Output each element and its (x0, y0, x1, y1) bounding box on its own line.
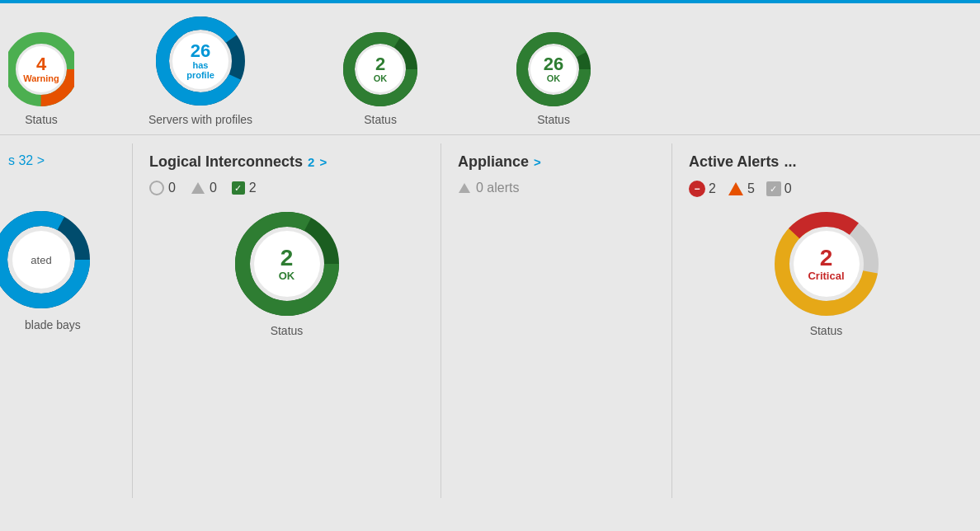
logical-interconnects-panel: Logical Interconnects 2 > 0 0 (132, 143, 441, 498)
status-circle-item: 0 (149, 181, 176, 195)
status-circle-value: 0 (168, 181, 176, 195)
blade-bays-label: blade bays (25, 318, 81, 331)
active-alerts-title-text: Active Alerts (689, 153, 779, 171)
top-widgets-row: 4 Warning Status 26 has profile Servers … (0, 3, 980, 134)
alerts-donut-widget: 2 Critical Status (689, 210, 964, 337)
partial-donut-label: ated (31, 254, 51, 266)
alert-gray-count: 0 (784, 181, 792, 196)
logical-interconnects-donut-label: Status (271, 324, 304, 337)
status-triangle-value: 0 (210, 181, 217, 195)
alert-orange-count: 5 (747, 181, 755, 196)
ok-widget-1: 2 OK Status (343, 32, 417, 126)
ok2-sub: OK (547, 73, 561, 83)
logical-interconnects-donut-number: 2 (279, 247, 295, 270)
alert-badge-orange: 5 (728, 181, 755, 196)
svg-point-15 (150, 181, 163, 195)
active-alerts-count-row: − 2 5 ✓ 0 (689, 181, 964, 197)
status-checkbox-value: 2 (249, 181, 257, 195)
alerts-donut-number: 2 (808, 247, 844, 270)
profiles-number: 26 (191, 42, 210, 60)
gray-circle-icon (149, 181, 164, 195)
alert-badge-gray: ✓ 0 (766, 181, 792, 196)
active-alerts-title: Active Alerts ... (689, 153, 964, 171)
ok-widget-2: 26 OK Status (516, 32, 591, 126)
left-partial-panel: s 32 > ated blade bays (0, 143, 132, 498)
ok2-number: 26 (544, 55, 563, 73)
appliance-alerts-row: 0 alerts (458, 181, 655, 195)
servers-profiles-widget: 26 has profile Servers with profiles (148, 16, 252, 126)
svg-marker-16 (191, 182, 205, 194)
alerts-donut-container: 2 Critical (773, 210, 880, 317)
logical-interconnects-title-text: Logical Interconnects (149, 153, 303, 171)
screen: 4 Warning Status 26 has profile Servers … (0, 0, 980, 531)
logical-interconnects-link[interactable]: > (319, 155, 327, 169)
svg-marker-20 (459, 183, 470, 193)
logical-interconnects-donut-container: 2 OK (233, 210, 341, 317)
orange-triangle-icon (728, 181, 744, 196)
warning-sub: Warning (23, 73, 59, 83)
alerts-donut-label: Status (810, 324, 843, 337)
ok1-sub: OK (374, 73, 388, 83)
appliance-link[interactable]: > (534, 155, 541, 169)
logical-interconnects-status-row: 0 0 ✓ 2 (149, 181, 424, 195)
logical-interconnects-donut-sub: OK (279, 270, 295, 282)
logical-interconnects-count: 2 (308, 155, 314, 169)
alert-badge-red: − 2 (689, 181, 716, 197)
logical-interconnects-title: Logical Interconnects 2 > (149, 153, 424, 171)
partial-donut-container: ated (0, 206, 91, 313)
green-checkbox-icon: ✓ (232, 181, 245, 195)
warning-label: Status (25, 113, 58, 126)
warning-number: 4 (36, 55, 46, 73)
alerts-donut-sub: Critical (808, 270, 844, 282)
left-partial-link[interactable]: s 32 > (8, 153, 45, 168)
appliance-title-text: Appliance (458, 153, 529, 171)
red-circle-icon: − (689, 181, 705, 197)
alert-red-count: 2 (709, 181, 716, 196)
gray-triangle-icon (191, 181, 205, 195)
appliance-panel: Appliance > 0 alerts (441, 143, 671, 498)
appliance-triangle-icon (458, 181, 471, 195)
status-triangle-item: 0 (191, 181, 217, 195)
ok1-label: Status (364, 113, 397, 126)
appliance-alerts-text: 0 alerts (476, 181, 519, 195)
status-checkbox-item: ✓ 2 (232, 181, 257, 195)
logical-interconnects-donut-widget: 2 OK Status (149, 210, 424, 337)
profiles-sub: has profile (178, 60, 224, 80)
active-alerts-panel: Active Alerts ... − 2 5 ✓ (671, 143, 980, 498)
bottom-section: s 32 > ated blade bays Logical Interconn… (0, 135, 980, 498)
warning-widget: 4 Warning Status (8, 32, 74, 126)
svg-marker-21 (728, 182, 743, 195)
profiles-label: Servers with profiles (148, 113, 252, 126)
ok2-label: Status (537, 113, 570, 126)
active-alerts-ellipsis: ... (784, 153, 796, 171)
ok1-number: 2 (375, 55, 385, 73)
gray-checkbox-icon: ✓ (766, 181, 781, 196)
appliance-title: Appliance > (458, 153, 655, 171)
